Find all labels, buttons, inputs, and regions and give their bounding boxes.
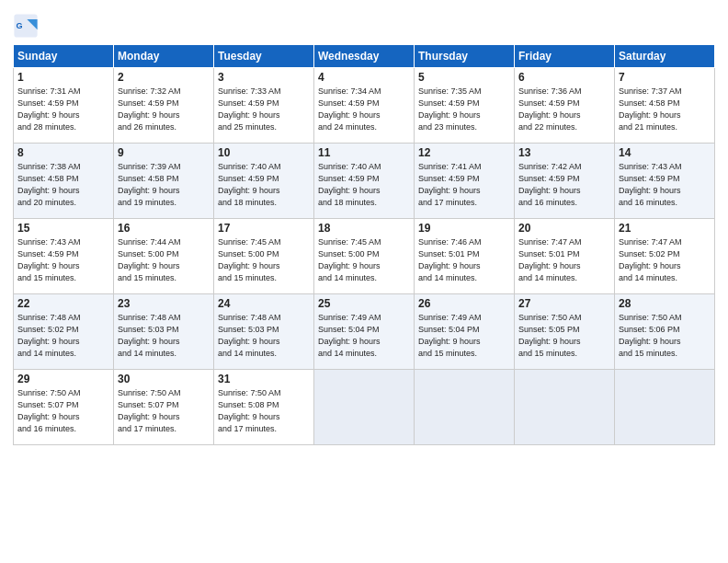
day-number: 8	[17, 146, 109, 159]
day-info: Sunrise: 7:40 AM Sunset: 4:59 PM Dayligh…	[318, 161, 410, 209]
day-info: Sunrise: 7:48 AM Sunset: 5:03 PM Dayligh…	[218, 312, 310, 360]
calendar-cell: 8Sunrise: 7:38 AM Sunset: 4:58 PM Daylig…	[14, 144, 114, 219]
calendar-cell: 21Sunrise: 7:47 AM Sunset: 5:02 PM Dayli…	[615, 219, 715, 294]
day-info: Sunrise: 7:47 AM Sunset: 5:01 PM Dayligh…	[518, 236, 610, 284]
day-info: Sunrise: 7:33 AM Sunset: 4:59 PM Dayligh…	[218, 86, 310, 133]
day-info: Sunrise: 7:32 AM Sunset: 4:59 PM Dayligh…	[118, 86, 210, 133]
day-header-monday: Monday	[114, 45, 214, 68]
calendar-cell: 31Sunrise: 7:50 AM Sunset: 5:08 PM Dayli…	[214, 370, 314, 445]
day-info: Sunrise: 7:35 AM Sunset: 4:59 PM Dayligh…	[418, 86, 510, 133]
calendar-cell: 9Sunrise: 7:39 AM Sunset: 4:58 PM Daylig…	[114, 144, 214, 219]
day-number: 4	[318, 71, 410, 84]
day-number: 27	[518, 297, 610, 310]
calendar-cell: 16Sunrise: 7:44 AM Sunset: 5:00 PM Dayli…	[114, 219, 214, 294]
calendar-cell: 26Sunrise: 7:49 AM Sunset: 5:04 PM Dayli…	[415, 294, 515, 370]
day-number: 7	[619, 71, 711, 84]
day-info: Sunrise: 7:50 AM Sunset: 5:07 PM Dayligh…	[17, 387, 109, 435]
calendar-cell: 10Sunrise: 7:40 AM Sunset: 4:59 PM Dayli…	[214, 144, 314, 219]
day-number: 22	[17, 297, 109, 310]
day-number: 6	[518, 71, 610, 84]
day-number: 30	[118, 373, 210, 385]
day-header-saturday: Saturday	[615, 45, 715, 68]
calendar-cell: 22Sunrise: 7:48 AM Sunset: 5:02 PM Dayli…	[14, 294, 114, 370]
calendar-cell: 2Sunrise: 7:32 AM Sunset: 4:59 PM Daylig…	[114, 68, 214, 144]
day-info: Sunrise: 7:40 AM Sunset: 4:59 PM Dayligh…	[218, 161, 310, 209]
header: G	[13, 9, 715, 39]
day-number: 10	[218, 146, 310, 159]
day-number: 17	[218, 222, 310, 235]
calendar-cell: 25Sunrise: 7:49 AM Sunset: 5:04 PM Dayli…	[314, 294, 415, 370]
svg-text:G: G	[17, 21, 23, 30]
day-number: 9	[118, 146, 210, 159]
calendar-cell: 28Sunrise: 7:50 AM Sunset: 5:06 PM Dayli…	[615, 294, 715, 370]
day-number: 5	[418, 71, 510, 84]
day-number: 13	[518, 146, 610, 159]
calendar-cell: 5Sunrise: 7:35 AM Sunset: 4:59 PM Daylig…	[415, 68, 515, 144]
day-info: Sunrise: 7:42 AM Sunset: 4:59 PM Dayligh…	[518, 161, 610, 209]
day-info: Sunrise: 7:43 AM Sunset: 4:59 PM Dayligh…	[619, 161, 711, 209]
logo-icon: G	[13, 13, 39, 39]
day-info: Sunrise: 7:36 AM Sunset: 4:59 PM Dayligh…	[518, 86, 610, 133]
week-row-2: 8Sunrise: 7:38 AM Sunset: 4:58 PM Daylig…	[14, 144, 715, 219]
week-row-4: 22Sunrise: 7:48 AM Sunset: 5:02 PM Dayli…	[14, 294, 715, 370]
day-info: Sunrise: 7:37 AM Sunset: 4:58 PM Dayligh…	[619, 86, 711, 133]
day-number: 14	[619, 146, 711, 159]
day-number: 23	[118, 297, 210, 310]
calendar-cell	[515, 370, 615, 445]
day-info: Sunrise: 7:50 AM Sunset: 5:06 PM Dayligh…	[619, 312, 711, 360]
day-number: 18	[318, 222, 410, 235]
day-header-row: SundayMondayTuesdayWednesdayThursdayFrid…	[14, 45, 715, 68]
day-info: Sunrise: 7:48 AM Sunset: 5:03 PM Dayligh…	[118, 312, 210, 360]
day-info: Sunrise: 7:48 AM Sunset: 5:02 PM Dayligh…	[17, 312, 109, 360]
day-info: Sunrise: 7:50 AM Sunset: 5:05 PM Dayligh…	[518, 312, 610, 360]
day-number: 2	[118, 71, 210, 84]
calendar-cell: 3Sunrise: 7:33 AM Sunset: 4:59 PM Daylig…	[214, 68, 314, 144]
calendar-cell: 7Sunrise: 7:37 AM Sunset: 4:58 PM Daylig…	[615, 68, 715, 144]
day-number: 24	[218, 297, 310, 310]
day-info: Sunrise: 7:41 AM Sunset: 4:59 PM Dayligh…	[418, 161, 510, 209]
day-header-sunday: Sunday	[14, 45, 114, 68]
calendar-cell: 23Sunrise: 7:48 AM Sunset: 5:03 PM Dayli…	[114, 294, 214, 370]
calendar-cell: 30Sunrise: 7:50 AM Sunset: 5:07 PM Dayli…	[114, 370, 214, 445]
day-header-thursday: Thursday	[415, 45, 515, 68]
calendar-cell: 12Sunrise: 7:41 AM Sunset: 4:59 PM Dayli…	[415, 144, 515, 219]
calendar-cell: 1Sunrise: 7:31 AM Sunset: 4:59 PM Daylig…	[14, 68, 114, 144]
day-number: 25	[318, 297, 410, 310]
day-info: Sunrise: 7:45 AM Sunset: 5:00 PM Dayligh…	[218, 236, 310, 284]
day-number: 28	[619, 297, 711, 310]
calendar-cell: 14Sunrise: 7:43 AM Sunset: 4:59 PM Dayli…	[615, 144, 715, 219]
week-row-1: 1Sunrise: 7:31 AM Sunset: 4:59 PM Daylig…	[14, 68, 715, 144]
calendar-cell: 6Sunrise: 7:36 AM Sunset: 4:59 PM Daylig…	[515, 68, 615, 144]
day-info: Sunrise: 7:44 AM Sunset: 5:00 PM Dayligh…	[118, 236, 210, 284]
calendar-cell: 24Sunrise: 7:48 AM Sunset: 5:03 PM Dayli…	[214, 294, 314, 370]
day-number: 1	[17, 71, 109, 84]
day-info: Sunrise: 7:50 AM Sunset: 5:07 PM Dayligh…	[118, 387, 210, 435]
day-header-wednesday: Wednesday	[314, 45, 415, 68]
day-number: 29	[17, 373, 109, 385]
day-header-tuesday: Tuesday	[214, 45, 314, 68]
calendar-cell: 19Sunrise: 7:46 AM Sunset: 5:01 PM Dayli…	[415, 219, 515, 294]
day-number: 26	[418, 297, 510, 310]
day-info: Sunrise: 7:45 AM Sunset: 5:00 PM Dayligh…	[318, 236, 410, 284]
day-info: Sunrise: 7:49 AM Sunset: 5:04 PM Dayligh…	[418, 312, 510, 360]
day-number: 12	[418, 146, 510, 159]
day-info: Sunrise: 7:49 AM Sunset: 5:04 PM Dayligh…	[318, 312, 410, 360]
calendar-cell: 17Sunrise: 7:45 AM Sunset: 5:00 PM Dayli…	[214, 219, 314, 294]
page-container: G SundayMondayTuesdayWednesdayThursdayFr…	[0, 0, 728, 454]
calendar-cell	[314, 370, 415, 445]
calendar-cell	[615, 370, 715, 445]
day-number: 20	[518, 222, 610, 235]
week-row-3: 15Sunrise: 7:43 AM Sunset: 4:59 PM Dayli…	[14, 219, 715, 294]
calendar-cell	[415, 370, 515, 445]
day-info: Sunrise: 7:46 AM Sunset: 5:01 PM Dayligh…	[418, 236, 510, 284]
calendar-cell: 20Sunrise: 7:47 AM Sunset: 5:01 PM Dayli…	[515, 219, 615, 294]
week-row-5: 29Sunrise: 7:50 AM Sunset: 5:07 PM Dayli…	[14, 370, 715, 445]
day-number: 15	[17, 222, 109, 235]
calendar-cell: 13Sunrise: 7:42 AM Sunset: 4:59 PM Dayli…	[515, 144, 615, 219]
day-number: 31	[218, 373, 310, 385]
day-header-friday: Friday	[515, 45, 615, 68]
logo: G	[13, 13, 40, 39]
day-number: 21	[619, 222, 711, 235]
day-info: Sunrise: 7:50 AM Sunset: 5:08 PM Dayligh…	[218, 387, 310, 435]
day-number: 16	[118, 222, 210, 235]
